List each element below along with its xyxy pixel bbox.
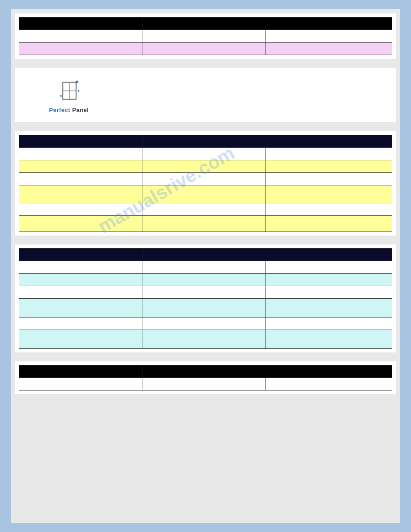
table-row [19, 173, 392, 185]
table-cell [142, 203, 265, 216]
table-row [19, 330, 392, 349]
logo-section: ✦ ✦ ✦ Perfect Panel [15, 68, 396, 122]
table-4 [19, 365, 392, 390]
header-cell [142, 17, 392, 30]
table-cell [265, 173, 392, 185]
table-cell [265, 378, 392, 390]
header-cell [19, 365, 142, 378]
table-cell [142, 30, 265, 43]
table-row [19, 286, 392, 299]
page-container: manualsrive.com [11, 9, 400, 523]
table-cell [19, 203, 142, 216]
table-cell [265, 299, 392, 317]
table-cell [142, 317, 265, 330]
header-cell [19, 135, 142, 148]
table-cell [142, 173, 265, 185]
table-row [19, 249, 392, 261]
table-cell [265, 317, 392, 330]
table-cell [265, 160, 392, 173]
table-cell [142, 185, 265, 203]
table-cell [265, 330, 392, 349]
table-cell [19, 43, 142, 55]
table-row [19, 160, 392, 173]
header-cell [142, 365, 392, 378]
table-cell [19, 378, 142, 390]
table-cell [142, 299, 265, 317]
gap [15, 356, 396, 361]
table-row [19, 185, 392, 203]
table-cell [265, 286, 392, 299]
logo-text: Perfect Panel [49, 107, 89, 113]
table-row [19, 17, 392, 30]
table-2 [19, 135, 392, 232]
table-cell [19, 274, 142, 286]
table-cell [265, 203, 392, 216]
table-row [19, 299, 392, 317]
svg-text:✦: ✦ [74, 79, 80, 86]
section-4 [15, 361, 396, 394]
table-cell [265, 30, 392, 43]
table-row [19, 30, 392, 43]
table-cell [265, 261, 392, 274]
table-cell [265, 148, 392, 160]
table-cell [142, 160, 265, 173]
table-cell [142, 216, 265, 232]
table-cell [19, 286, 142, 299]
svg-text:✦: ✦ [77, 89, 80, 93]
table-cell [19, 299, 142, 317]
logo-perfect: Perfect [49, 107, 71, 113]
table-row [19, 203, 392, 216]
gap [15, 126, 396, 131]
table-cell [265, 274, 392, 286]
table-cell [265, 43, 392, 55]
table-cell [142, 378, 265, 390]
table-cell [142, 261, 265, 274]
table-3 [19, 248, 392, 349]
table-row [19, 365, 392, 378]
table-cell [19, 30, 142, 43]
table-cell [265, 216, 392, 232]
table-cell [19, 173, 142, 185]
gap [15, 62, 396, 68]
table-row [19, 317, 392, 330]
table-row [19, 216, 392, 232]
logo-panel: Panel [72, 107, 89, 113]
table-row [19, 274, 392, 286]
table-row [19, 43, 392, 55]
table-1 [19, 17, 392, 55]
table-cell [142, 148, 265, 160]
table-cell [19, 317, 142, 330]
gap [15, 239, 396, 245]
header-cell [19, 249, 142, 261]
logo-wrapper: ✦ ✦ ✦ Perfect Panel [42, 79, 96, 113]
section-1 [15, 13, 396, 59]
table-cell [19, 185, 142, 203]
table-cell [19, 148, 142, 160]
section-3 [15, 245, 396, 352]
table-cell [265, 185, 392, 203]
table-cell [19, 330, 142, 349]
table-row [19, 135, 392, 148]
svg-text:✦: ✦ [59, 94, 63, 99]
table-cell [142, 286, 265, 299]
header-cell [142, 135, 392, 148]
section-2 [15, 131, 396, 236]
table-cell [19, 261, 142, 274]
table-cell [19, 216, 142, 232]
table-row [19, 378, 392, 390]
table-row [19, 261, 392, 274]
header-cell [19, 17, 142, 30]
table-cell [19, 160, 142, 173]
table-cell [142, 43, 265, 55]
logo-icon: ✦ ✦ ✦ [55, 79, 84, 106]
table-cell [142, 274, 265, 286]
table-row [19, 148, 392, 160]
header-cell [142, 249, 392, 261]
table-cell [142, 330, 265, 349]
